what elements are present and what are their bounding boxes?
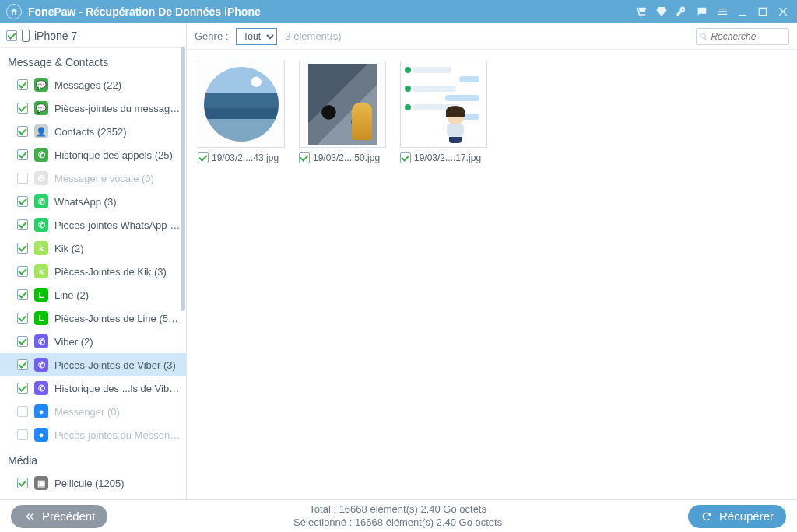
sidebar-item: ⚙Messagerie vocale (0) [0,166,186,190]
app-icon: ▣ [34,476,48,490]
app-icon: ✆ [34,218,48,232]
device-row[interactable]: iPhone 7 [0,23,186,48]
thumbnail-image [299,61,386,148]
footer: Précédent Total : 16668 élément(s) 2.40 … [0,499,797,532]
app-icon: ✆ [34,194,48,208]
sidebar-item[interactable]: ✆Historique des appels (25) [0,143,186,166]
sidebar-item[interactable]: ✆Historique des ...ls de Viber (1) [0,376,186,400]
item-checkbox[interactable] [17,243,28,254]
search-icon [700,32,707,41]
sidebar-scrollbar[interactable] [180,23,186,499]
sidebar-item[interactable]: kKik (2) [0,236,186,260]
item-label: WhatsApp (3) [54,196,116,208]
app-icon: ⚙ [34,171,48,185]
sidebar-item[interactable]: ✆Viber (2) [0,330,186,353]
genre-select[interactable]: Tout [236,28,277,45]
item-label: Pièces-jointes du Messenger (0) [54,429,181,441]
item-checkbox[interactable] [17,313,28,324]
item-checkbox[interactable] [17,383,28,394]
cart-icon[interactable] [634,4,649,19]
app-icon: ● [34,428,48,442]
diamond-icon[interactable] [654,4,669,19]
item-label: Messenger (0) [54,406,120,418]
thumbnail[interactable]: 19/03/2...:50.jpg [299,61,386,163]
item-label: Pièces-Jointes de Viber (3) [54,359,176,371]
item-label: Kik (2) [54,243,84,254]
thumbnail-grid: 19/03/2...:43.jpg19/03/2...:50.jpg19/03/… [187,50,797,499]
app-icon: 👤 [34,124,48,138]
titlebar: FonePaw - Récupération De Données iPhone [0,0,797,23]
sidebar: iPhone 7 Message & Contacts💬Messages (22… [0,23,187,499]
item-label: Pièces-Jointes de Kik (3) [54,266,167,278]
key-icon[interactable] [674,4,690,19]
item-checkbox[interactable] [17,219,28,230]
item-checkbox[interactable] [17,173,28,184]
feedback-icon[interactable] [694,4,710,19]
phone-icon [22,30,30,42]
item-label: Contacts (2352) [54,126,127,138]
app-icon: ✆ [34,334,48,348]
app-icon: k [34,241,48,255]
app-icon: 💬 [34,101,48,115]
app-icon: ✆ [34,358,48,372]
search-box[interactable] [696,28,789,45]
item-checkbox[interactable] [17,336,28,347]
item-count: 3 élément(s) [285,30,341,42]
item-checkbox[interactable] [17,79,28,90]
maximize-icon[interactable] [755,4,771,19]
sidebar-item[interactable]: kPièces-Jointes de Kik (3) [0,260,186,283]
app-icon: k [34,264,48,278]
item-label: Pièces-jointes WhatsApp (2) [54,219,181,231]
item-label: Messagerie vocale (0) [54,173,154,184]
refresh-icon [700,510,713,523]
minimize-icon[interactable] [735,4,750,19]
thumbnail-checkbox[interactable] [400,152,411,163]
item-label: Pièces-Jointes de Line (500) [54,313,181,324]
search-input[interactable] [711,31,785,42]
svg-rect-1 [759,8,766,15]
recover-button[interactable]: Récupérer [688,505,786,528]
sidebar-item[interactable]: LPièces-Jointes de Line (500) [0,306,186,330]
close-icon[interactable] [775,4,791,19]
sidebar-item: ●Pièces-jointes du Messenger (0) [0,423,186,446]
thumbnail[interactable]: 19/03/2...:43.jpg [198,61,285,163]
sidebar-item[interactable]: 💬Pièces-jointes du message (4) [0,96,186,120]
item-checkbox[interactable] [17,359,28,370]
item-checkbox[interactable] [17,266,28,277]
home-icon[interactable] [6,4,22,19]
item-checkbox[interactable] [17,103,28,114]
item-checkbox[interactable] [17,196,28,207]
sidebar-item[interactable]: 👤Contacts (2352) [0,120,186,143]
device-name: iPhone 7 [34,30,77,42]
sidebar-item[interactable]: ✆Pièces-Jointes de Viber (3) [0,353,186,376]
item-checkbox[interactable] [17,149,28,160]
device-checkbox[interactable] [6,30,17,41]
recover-label: Récupérer [719,509,774,523]
item-checkbox[interactable] [17,406,28,417]
item-label: Historique des appels (25) [54,149,173,161]
item-label: Historique des ...ls de Viber (1) [54,383,181,394]
thumbnail-caption: 19/03/2...:50.jpg [313,152,380,163]
menu-icon[interactable] [714,4,730,19]
thumbnail-image [400,61,487,148]
item-label: Pellicule (1205) [54,478,125,489]
app-icon: L [34,288,48,302]
back-label: Précédent [42,509,95,523]
item-checkbox[interactable] [17,289,28,300]
sidebar-item[interactable]: LLine (2) [0,283,186,306]
sidebar-item[interactable]: ✆Pièces-jointes WhatsApp (2) [0,213,186,236]
section-title: Message & Contacts [0,48,186,73]
item-checkbox[interactable] [17,126,28,137]
thumbnail-checkbox[interactable] [299,152,310,163]
sidebar-item[interactable]: 💬Messages (22) [0,73,186,96]
item-label: Viber (2) [54,336,93,348]
thumbnail-checkbox[interactable] [198,152,209,163]
content-toolbar: Genre : Tout 3 élément(s) [187,23,797,50]
item-label: Messages (22) [54,79,121,91]
thumbnail[interactable]: 19/03/2...:17.jpg [400,61,487,163]
item-checkbox[interactable] [17,478,28,488]
sidebar-item[interactable]: ✆WhatsApp (3) [0,190,186,213]
back-button[interactable]: Précédent [11,505,107,528]
item-checkbox[interactable] [17,429,28,440]
sidebar-item[interactable]: ▣Pellicule (1205) [0,471,186,495]
